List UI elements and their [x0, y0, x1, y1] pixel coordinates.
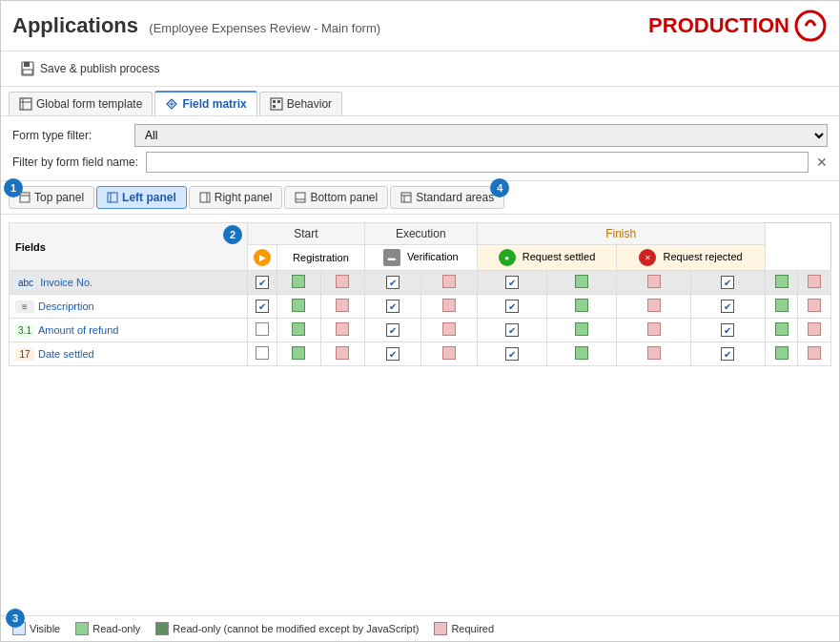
checkbox[interactable]: ✔ [505, 347, 519, 361]
checkbox[interactable]: ✔ [505, 276, 519, 289]
checkbox[interactable] [442, 322, 456, 336]
clear-filter-button[interactable]: ✕ [816, 155, 828, 170]
legend-readonly-js-label: Read-only (cannot be modified except by … [173, 623, 419, 634]
checkbox[interactable] [256, 346, 269, 360]
checkbox[interactable] [575, 346, 588, 360]
app-title: Applications [12, 13, 138, 37]
check-cell [547, 319, 617, 342]
stage-finish-label: Finish [605, 227, 636, 240]
tab-field-matrix[interactable]: Field matrix [154, 91, 256, 115]
app-title-area: Applications (Employee Expenses Review -… [12, 13, 380, 38]
checkbox[interactable] [775, 322, 789, 336]
check-cell [420, 319, 477, 342]
verification-label: Verification [407, 251, 459, 262]
checkbox[interactable] [808, 299, 821, 312]
checkbox[interactable] [292, 275, 305, 288]
checkbox[interactable] [442, 346, 456, 360]
checkbox[interactable]: ✔ [721, 347, 734, 361]
readonly-js-box [155, 622, 169, 635]
checkbox[interactable] [442, 299, 456, 312]
svg-rect-13 [20, 193, 30, 202]
field-name-text[interactable]: Descriprtion [38, 300, 94, 312]
checkbox[interactable]: ✔ [386, 323, 400, 337]
check-cell [765, 295, 798, 319]
field-name-cell: abcInvoice No. [10, 271, 248, 295]
svg-rect-3 [23, 70, 32, 74]
checkbox[interactable] [775, 346, 789, 360]
form-type-select[interactable]: All [134, 124, 828, 147]
toolbar: Save & publish process [1, 52, 839, 87]
stage-execution-header: Execution [364, 223, 477, 245]
panel-tab-left[interactable]: Left panel [96, 186, 187, 209]
save-publish-button[interactable]: Save & publish process [12, 57, 167, 80]
checkbox[interactable] [808, 346, 821, 360]
check-cell [617, 295, 691, 319]
verification-cell: ▬ Verification [364, 245, 477, 271]
svg-rect-12 [273, 105, 276, 108]
svg-rect-2 [24, 62, 30, 67]
registration-label: Registration [293, 252, 349, 263]
check-cell: ✔ [691, 319, 766, 342]
badge-1: 1 [4, 178, 23, 197]
panel-tab-standard[interactable]: Standard areas [390, 186, 504, 209]
checkbox[interactable] [292, 299, 305, 312]
legend-required: Required [434, 622, 494, 635]
check-cell: ✔ [477, 271, 546, 295]
checkbox[interactable]: ✔ [256, 276, 269, 289]
checkbox[interactable] [647, 322, 661, 336]
field-name-text[interactable]: Amount of refund [38, 324, 118, 336]
left-panel-icon [107, 192, 118, 203]
checkbox[interactable] [575, 275, 588, 288]
checkbox[interactable] [775, 275, 789, 288]
panel-tab-right[interactable]: Right panel [189, 186, 283, 209]
panel-tab-bottom[interactable]: Bottom panel [284, 186, 388, 209]
checkbox[interactable] [575, 299, 588, 312]
checkbox[interactable]: ✔ [505, 323, 519, 337]
checkbox[interactable]: ✔ [386, 276, 400, 289]
field-name-text[interactable]: Invoice No. [40, 277, 92, 288]
checkbox[interactable] [808, 322, 821, 336]
panel-tab-bottom-label: Bottom panel [310, 191, 378, 204]
checkbox[interactable] [442, 275, 456, 288]
checkbox[interactable] [575, 322, 588, 336]
red-x-icon: ✕ [639, 249, 656, 266]
stage-start-label: Start [294, 227, 318, 240]
checkbox[interactable]: ✔ [256, 300, 269, 313]
legend: 3 Visible Read-only Read-only (cannot be… [1, 615, 839, 641]
field-name-input[interactable] [146, 152, 809, 173]
field-name-cell: 3.1Amount of refund [10, 319, 248, 342]
checkbox[interactable] [647, 299, 661, 312]
svg-rect-21 [401, 193, 411, 202]
checkbox[interactable]: ✔ [386, 347, 400, 361]
request-rejected-label: Request rejected [664, 251, 743, 262]
checkbox[interactable] [292, 322, 305, 336]
checkbox[interactable]: ✔ [505, 300, 519, 313]
check-cell [277, 342, 321, 366]
checkbox[interactable] [256, 322, 269, 336]
legend-readonly-js: Read-only (cannot be modified except by … [155, 622, 419, 635]
checkbox[interactable] [292, 346, 305, 360]
app-subtitle: (Employee Expenses Review - Main form) [149, 21, 380, 35]
checkbox[interactable]: ✔ [721, 276, 734, 289]
checkbox[interactable] [775, 299, 789, 312]
filter-area: Form type filter: All Filter by form fie… [1, 116, 839, 181]
checkbox[interactable] [336, 275, 349, 288]
legend-visible-label: Visible [30, 623, 60, 634]
check-cell [547, 342, 617, 366]
app-header: Applications (Employee Expenses Review -… [1, 1, 839, 52]
checkbox[interactable] [647, 346, 661, 360]
field-name-cell: 17Date settled [10, 342, 248, 366]
checkbox[interactable]: ✔ [721, 323, 734, 337]
checkbox[interactable] [647, 275, 661, 288]
tab-global-form-template[interactable]: Global form template [9, 92, 153, 115]
tab-behavior[interactable]: Behavior [259, 92, 342, 115]
checkbox[interactable]: ✔ [386, 300, 400, 313]
checkbox[interactable]: ✔ [721, 300, 734, 313]
checkbox[interactable] [336, 322, 349, 336]
field-name-text[interactable]: Date settled [38, 348, 94, 360]
checkbox[interactable] [808, 275, 821, 288]
checkbox[interactable] [336, 299, 349, 312]
checkbox[interactable] [336, 346, 349, 360]
global-form-icon [19, 97, 32, 111]
check-cell: ✔ [364, 295, 420, 319]
